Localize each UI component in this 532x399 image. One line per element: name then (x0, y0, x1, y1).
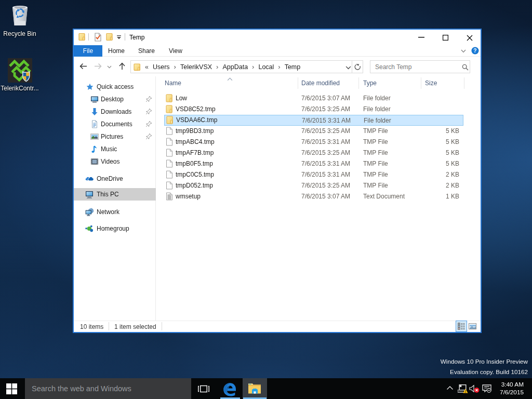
svg-text:?: ? (473, 47, 476, 54)
